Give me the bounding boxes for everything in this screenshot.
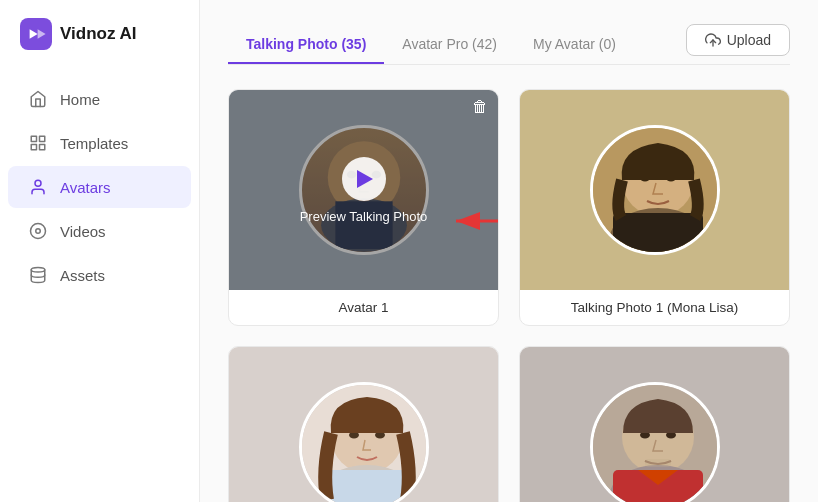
sidebar-item-avatars-label: Avatars [60,179,111,196]
avatar-card-2-label: Talking Photo 1 (Mona Lisa) [520,290,789,325]
tab-my-avatar[interactable]: My Avatar (0) [515,26,634,64]
monalisa-svg [593,128,720,255]
sidebar-item-templates-label: Templates [60,135,128,152]
photo4-face [299,382,429,502]
avatar-grid: Preview Talking Photo 🗑 A [228,85,790,502]
photo5-svg [593,385,720,502]
delete-icon[interactable]: 🗑 [472,98,488,116]
svg-point-6 [31,224,46,239]
red-arrow [446,206,498,240]
avatar-card-1[interactable]: Preview Talking Photo 🗑 A [228,89,499,326]
sidebar-item-templates[interactable]: Templates [8,122,191,164]
main-content: Talking Photo (35) Avatar Pro (42) My Av… [200,0,818,502]
photo5-face [590,382,720,502]
avatar-card-1-image: Preview Talking Photo 🗑 [229,90,498,290]
upload-button-label: Upload [727,32,771,48]
tab-avatar-pro[interactable]: Avatar Pro (42) [384,26,515,64]
avatar-card-1-label: Avatar 1 [229,290,498,325]
home-icon [28,89,48,109]
monalisa-face [590,125,720,255]
avatar-card-2[interactable]: Talking Photo 1 (Mona Lisa) [519,89,790,326]
videos-icon [28,221,48,241]
sidebar-item-assets[interactable]: Assets [8,254,191,296]
svg-rect-3 [31,145,36,150]
sidebar-item-avatars[interactable]: Avatars [8,166,191,208]
assets-icon [28,265,48,285]
svg-point-8 [31,268,45,273]
upload-button[interactable]: Upload [686,24,790,56]
svg-point-7 [36,229,41,234]
svg-rect-26 [322,470,412,502]
avatar-card-4[interactable]: Talking Photo 5 [519,346,790,502]
avatar-card-4-image [520,347,789,502]
photo4-svg [302,385,429,502]
sidebar: Vidnoz AI Home Templates [0,0,200,502]
logo-area: Vidnoz AI [0,0,199,68]
upload-icon [705,32,721,48]
avatar-card-3-image [229,347,498,502]
sidebar-item-home[interactable]: Home [8,78,191,120]
logo-icon [20,18,52,50]
svg-rect-20 [613,213,703,255]
play-button[interactable] [342,157,386,201]
svg-rect-2 [40,136,45,141]
card-1-overlay: Preview Talking Photo [229,90,498,290]
sidebar-item-assets-label: Assets [60,267,105,284]
svg-rect-35 [645,459,671,467]
sidebar-item-videos[interactable]: Videos [8,210,191,252]
sidebar-item-home-label: Home [60,91,100,108]
svg-point-5 [35,180,41,186]
play-triangle [357,170,373,188]
avatar-card-3[interactable]: Talking Photo 4 [228,346,499,502]
svg-rect-4 [40,145,45,150]
avatar-card-2-image [520,90,789,290]
nav-menu: Home Templates Avatars [0,68,199,306]
logo-text: Vidnoz AI [60,24,137,44]
overlay-label: Preview Talking Photo [300,209,428,224]
avatars-icon [28,177,48,197]
tab-talking-photo[interactable]: Talking Photo (35) [228,26,384,64]
svg-rect-1 [31,136,36,141]
templates-icon [28,133,48,153]
tabs-row: Talking Photo (35) Avatar Pro (42) My Av… [228,24,790,65]
sidebar-item-videos-label: Videos [60,223,106,240]
